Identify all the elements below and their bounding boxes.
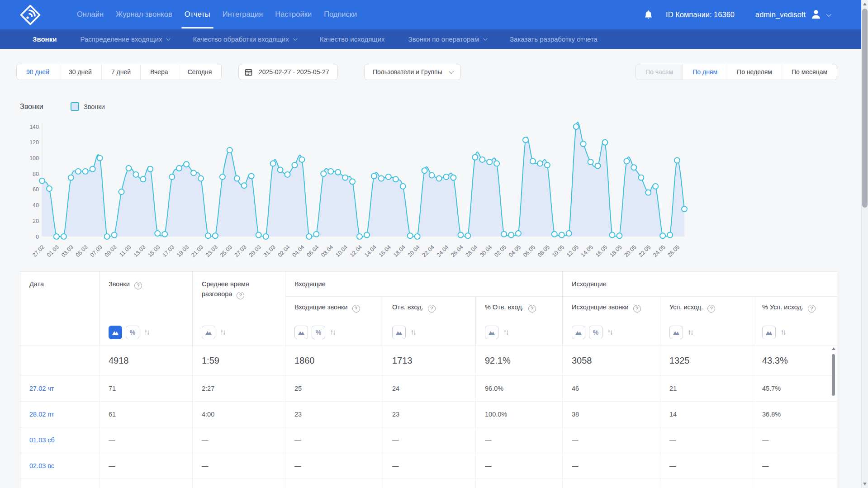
data-point-marker[interactable] xyxy=(342,175,348,180)
data-point-marker[interactable] xyxy=(169,174,175,180)
data-point-marker[interactable] xyxy=(465,233,470,238)
data-point-marker[interactable] xyxy=(39,178,45,184)
chart-view-toggle-icon[interactable] xyxy=(202,326,215,339)
data-point-marker[interactable] xyxy=(581,141,586,147)
help-icon[interactable]: ? xyxy=(352,305,360,313)
data-point-marker[interactable] xyxy=(306,234,312,239)
data-point-marker[interactable] xyxy=(393,176,398,182)
data-point-marker[interactable] xyxy=(126,166,132,171)
data-point-marker[interactable] xyxy=(213,233,218,238)
data-point-marker[interactable] xyxy=(566,231,572,236)
subnav-calls[interactable]: Звонки xyxy=(33,35,57,43)
percent-view-toggle-icon[interactable]: % xyxy=(312,326,325,339)
range-30-days-button[interactable]: 30 дней xyxy=(59,64,101,80)
data-point-marker[interactable] xyxy=(653,184,658,189)
data-point-marker[interactable] xyxy=(47,186,52,191)
data-point-marker[interactable] xyxy=(631,165,636,170)
data-point-marker[interactable] xyxy=(234,176,240,181)
data-point-marker[interactable] xyxy=(674,158,680,163)
data-point-marker[interactable] xyxy=(444,174,449,180)
range-today-button[interactable]: Сегодня xyxy=(178,64,222,80)
range-7-days-button[interactable]: 7 дней xyxy=(101,64,140,80)
page-scrollbar-thumb[interactable] xyxy=(862,9,868,208)
data-point-marker[interactable] xyxy=(523,137,528,143)
data-point-marker[interactable] xyxy=(90,166,95,172)
subnav-outgoing-quality[interactable]: Качество исходящих xyxy=(320,35,385,43)
data-point-marker[interactable] xyxy=(155,231,160,236)
help-icon[interactable]: ? xyxy=(633,305,641,313)
data-point-marker[interactable] xyxy=(198,176,204,181)
data-point-marker[interactable] xyxy=(574,124,579,129)
data-point-marker[interactable] xyxy=(249,173,254,179)
table-scrollbar-thumb[interactable] xyxy=(832,354,835,396)
data-point-marker[interactable] xyxy=(501,232,507,237)
data-point-marker[interactable] xyxy=(270,161,276,166)
data-point-marker[interactable] xyxy=(602,140,608,145)
subnav-calls-by-operators[interactable]: Звонки по операторам xyxy=(408,35,486,43)
data-point-marker[interactable] xyxy=(227,147,232,153)
data-point-marker[interactable] xyxy=(667,232,673,238)
help-icon[interactable]: ? xyxy=(528,305,536,313)
data-point-marker[interactable] xyxy=(559,232,564,238)
notifications-bell-icon[interactable] xyxy=(643,9,654,20)
data-point-marker[interactable] xyxy=(191,170,196,175)
scroll-up-arrow-icon[interactable] xyxy=(832,347,835,350)
data-point-marker[interactable] xyxy=(451,175,456,180)
data-point-marker[interactable] xyxy=(545,162,550,168)
subnav-incoming-distribution[interactable]: Распределение входящих xyxy=(80,35,169,43)
help-icon[interactable]: ? xyxy=(707,305,715,313)
data-point-marker[interactable] xyxy=(436,176,442,181)
data-point-marker[interactable] xyxy=(537,161,543,166)
help-icon[interactable]: ? xyxy=(428,305,436,313)
data-point-marker[interactable] xyxy=(61,234,66,239)
data-point-marker[interactable] xyxy=(299,157,304,162)
page-scrollbar[interactable] xyxy=(861,0,868,488)
chart-view-toggle-icon[interactable] xyxy=(392,326,406,339)
data-point-marker[interactable] xyxy=(242,183,247,188)
data-point-marker[interactable] xyxy=(638,175,644,180)
sort-icon[interactable]: ↑↓ xyxy=(607,328,614,337)
data-point-marker[interactable] xyxy=(494,161,499,166)
chart-view-toggle-icon[interactable] xyxy=(485,326,498,339)
chart-view-toggle-icon[interactable] xyxy=(109,326,122,339)
sort-icon[interactable]: ↑↓ xyxy=(410,328,417,337)
data-point-marker[interactable] xyxy=(660,233,665,238)
data-point-marker[interactable] xyxy=(617,233,622,238)
app-logo-icon[interactable] xyxy=(19,4,42,26)
data-point-marker[interactable] xyxy=(292,162,297,168)
data-point-marker[interactable] xyxy=(112,232,117,238)
data-point-marker[interactable] xyxy=(595,163,601,169)
data-point-marker[interactable] xyxy=(479,157,485,162)
percent-view-toggle-icon[interactable]: % xyxy=(126,326,139,339)
data-point-marker[interactable] xyxy=(415,234,420,239)
sort-icon[interactable]: ↑↓ xyxy=(503,328,510,337)
user-menu[interactable]: admin_vedisoft xyxy=(755,8,830,22)
data-point-marker[interactable] xyxy=(285,172,290,177)
date-link[interactable]: 03.03 пн xyxy=(20,479,99,488)
data-point-marker[interactable] xyxy=(220,174,225,180)
data-point-marker[interactable] xyxy=(508,232,514,238)
nav-subscriptions[interactable]: Подписки xyxy=(324,0,357,29)
data-point-marker[interactable] xyxy=(184,161,189,167)
sort-icon[interactable]: ↑↓ xyxy=(688,328,694,337)
data-point-marker[interactable] xyxy=(350,179,355,185)
legend-checkbox[interactable] xyxy=(71,102,79,111)
legend-item-calls[interactable]: Звонки xyxy=(71,102,105,111)
data-point-marker[interactable] xyxy=(624,158,629,164)
data-point-marker[interactable] xyxy=(205,233,211,238)
data-point-marker[interactable] xyxy=(371,173,377,179)
date-link[interactable]: 02.03 вс xyxy=(20,453,99,479)
nav-settings[interactable]: Настройки xyxy=(275,0,312,29)
chart-view-toggle-icon[interactable] xyxy=(762,326,776,339)
sort-icon[interactable]: ↑↓ xyxy=(330,328,337,337)
nav-call-log[interactable]: Журнал звонков xyxy=(116,0,172,29)
chart-view-toggle-icon[interactable] xyxy=(572,326,585,339)
data-point-marker[interactable] xyxy=(176,166,182,171)
sort-icon[interactable]: ↑↓ xyxy=(780,328,787,337)
help-icon[interactable]: ? xyxy=(237,292,244,299)
data-point-marker[interactable] xyxy=(408,233,413,238)
users-groups-dropdown[interactable]: Пользователи и Группы xyxy=(364,64,461,80)
data-point-marker[interactable] xyxy=(97,155,103,161)
data-point-marker[interactable] xyxy=(429,173,435,178)
help-icon[interactable]: ? xyxy=(134,282,142,289)
